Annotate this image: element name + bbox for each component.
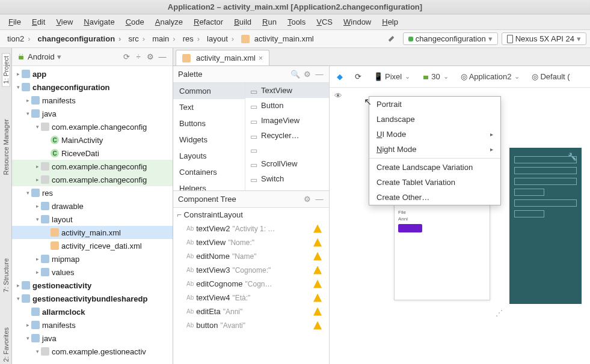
tree-item[interactable]: ▾com.example.gestioneactiv <box>12 345 173 358</box>
menu-item[interactable]: Create Other… <box>369 190 500 205</box>
tree-item[interactable]: ▾java <box>12 107 173 120</box>
device-picker[interactable]: 📱 Pixel <box>370 71 414 82</box>
collapse-icon[interactable]: ÷ <box>133 52 144 62</box>
palette-category[interactable]: Text <box>173 99 245 115</box>
hide-icon[interactable]: — <box>315 195 324 204</box>
palette-categories[interactable]: CommonTextButtonsWidgetsLayoutsContainer… <box>173 83 245 190</box>
menu-item[interactable]: Create Tablet Variation <box>369 175 500 190</box>
component-tree-item[interactable]: Ab textView2 "Activity 1: … <box>173 222 329 235</box>
component-tree-item[interactable]: Ab textView4 "Età:" <box>173 291 329 305</box>
app-theme-picker[interactable]: ◎ Application2 <box>457 71 524 82</box>
tree-item[interactable]: ▾res <box>12 186 173 199</box>
tree-item[interactable]: ▸values <box>12 265 173 279</box>
breadcrumb[interactable]: layout <box>203 33 238 44</box>
visibility-icon[interactable]: 👁 <box>334 91 342 100</box>
menu-tools[interactable]: Tools <box>283 16 310 28</box>
side-tab-resource-manager[interactable]: Resource Manager <box>2 117 10 178</box>
palette-item[interactable]: ▭TextView <box>245 83 329 98</box>
tree-item[interactable]: ▸manifests <box>12 94 173 107</box>
tree-item[interactable]: activity_riceve_dati.xml <box>12 239 173 252</box>
api-picker[interactable]: 30 <box>419 71 452 82</box>
project-tree[interactable]: ▸app▾changeconfiguration▸manifests▾java▾… <box>12 66 173 364</box>
hide-icon[interactable]: — <box>315 70 324 79</box>
menu-item[interactable]: Night Mode <box>369 142 500 157</box>
side-tab-structure[interactable]: 7: Structure <box>2 256 10 295</box>
breadcrumb[interactable]: main <box>149 33 179 44</box>
tree-item[interactable]: ▾changeconfiguration <box>12 80 173 94</box>
tree-item[interactable]: ▸mipmap <box>12 252 173 265</box>
menu-vcs[interactable]: VCS <box>312 16 337 28</box>
side-tab-project[interactable]: 1: Project <box>2 53 10 86</box>
palette-category[interactable]: Layouts <box>173 148 245 164</box>
tree-item[interactable]: activity_main.xml <box>12 226 173 239</box>
gear-icon[interactable]: ⚙ <box>145 52 156 62</box>
main-menu[interactable]: FileEditViewNavigateCodeAnalyzeRefactorB… <box>0 14 590 30</box>
menu-item[interactable]: Create Landscape Variation <box>369 160 500 175</box>
breadcrumb[interactable]: activity_main.xml <box>238 33 321 45</box>
palette-category[interactable]: Containers <box>173 164 245 180</box>
palette-item[interactable]: ▭ScrollView <box>245 156 329 171</box>
breadcrumb[interactable]: res <box>179 33 203 44</box>
tree-item[interactable]: ▸gestioneactivity <box>12 279 173 292</box>
palette-category[interactable]: Helpers <box>173 180 245 190</box>
menu-help[interactable]: Help <box>377 16 403 28</box>
menu-code[interactable]: Code <box>121 16 149 28</box>
breadcrumb[interactable]: changeconfiguration <box>34 33 125 44</box>
tree-item[interactable]: ▸app <box>12 67 173 80</box>
tree-item[interactable]: ▸com.example.changeconfig <box>12 160 173 173</box>
run-config-selector[interactable]: changeconfiguration▾ <box>403 32 498 45</box>
component-tree[interactable]: ⌐ ConstraintLayoutAb textView2 "Activity… <box>173 208 329 364</box>
palette-category[interactable]: Buttons <box>173 115 245 132</box>
sync-icon[interactable]: ⟳ <box>121 52 132 62</box>
gear-icon[interactable]: ⚙ <box>303 195 312 204</box>
menu-build[interactable]: Build <box>229 16 256 28</box>
resize-handle-icon[interactable]: ⋰ <box>496 309 503 317</box>
menu-file[interactable]: File <box>4 16 26 28</box>
device-selector[interactable]: Nexus 5X API 24▾ <box>502 32 586 45</box>
menu-view[interactable]: View <box>51 16 78 28</box>
tree-item[interactable]: CRiceveDati <box>12 147 173 160</box>
palette-category[interactable]: Common <box>173 83 245 99</box>
build-icon[interactable] <box>384 34 399 44</box>
menu-refactor[interactable]: Refactor <box>189 16 228 28</box>
breadcrumb[interactable]: src <box>124 33 149 44</box>
component-tree-item[interactable]: Ab editCognome "Cogn… <box>173 277 329 291</box>
palette-item[interactable]: ▭ <box>245 143 329 156</box>
component-tree-item[interactable]: Ab editNome "Name" <box>173 249 329 263</box>
view-mode-icon[interactable]: ◆ <box>333 71 346 82</box>
component-tree-item[interactable]: Ab textView "Nome:" <box>173 235 329 249</box>
side-tab-favorites[interactable]: 2: Favorites <box>2 325 10 364</box>
palette-item[interactable]: ▭ImageView <box>245 113 329 128</box>
editor-tab[interactable]: activity_main.xml× <box>176 50 269 65</box>
palette-item[interactable]: ▭Button <box>245 98 329 113</box>
tree-item[interactable]: ▾layout <box>12 213 173 226</box>
palette-category[interactable]: Widgets <box>173 132 245 148</box>
tree-item[interactable]: ▸com.example.changeconfig <box>12 173 173 186</box>
orientation-menu[interactable]: PortraitLandscapeUI ModeNight ModeCreate… <box>369 96 501 205</box>
search-icon[interactable]: 🔍 <box>290 70 300 79</box>
gear-icon[interactable]: ⚙ <box>303 70 312 79</box>
menu-item[interactable]: Portrait <box>369 97 500 112</box>
palette-item[interactable]: ▭Switch <box>245 171 329 186</box>
component-tree-item[interactable]: Ab editEta "Anni" <box>173 305 329 318</box>
tree-item[interactable]: CMainActivity <box>12 133 173 147</box>
palette-item[interactable]: ▭Recycler… <box>245 128 329 143</box>
palette-items[interactable]: ▭TextView▭Button▭ImageView▭Recycler…▭▭Sc… <box>245 83 329 190</box>
wrench-icon[interactable]: 🔧 <box>568 153 577 161</box>
component-tree-item[interactable]: Ab button "Avanti" <box>173 318 329 332</box>
component-tree-item[interactable]: Ab textView3 "Cognome:" <box>173 263 329 277</box>
close-icon[interactable]: × <box>259 54 263 62</box>
menu-navigate[interactable]: Navigate <box>79 16 119 28</box>
menu-run[interactable]: Run <box>257 16 281 28</box>
menu-item[interactable]: Landscape <box>369 112 500 127</box>
tree-item[interactable]: ▾java <box>12 332 173 345</box>
menu-window[interactable]: Window <box>339 16 376 28</box>
tree-item[interactable]: ▾com.example.changeconfig <box>12 120 173 133</box>
tree-item[interactable]: ▾gestioneactivitybundlesharedp <box>12 292 173 305</box>
theme-picker[interactable]: ◎ Default ( <box>528 71 573 82</box>
menu-edit[interactable]: Edit <box>27 16 50 28</box>
tree-item[interactable]: ▸manifests <box>12 318 173 332</box>
hide-icon[interactable]: — <box>157 52 168 62</box>
tree-item[interactable]: allarmclock <box>12 305 173 318</box>
menu-item[interactable]: UI Mode <box>369 127 500 142</box>
